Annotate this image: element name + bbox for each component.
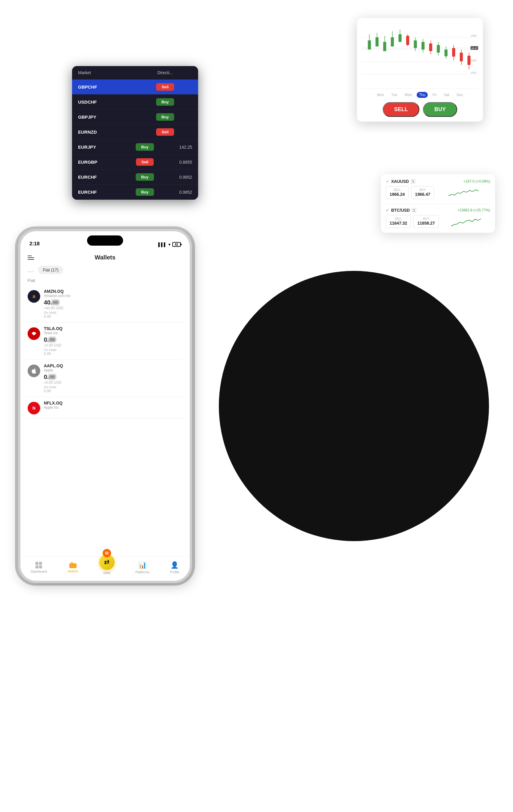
price-eurchf1: 0.9852 — [171, 175, 192, 180]
price-eurjpy: 142.25 — [171, 145, 192, 149]
day-mon[interactable]: Mon — [374, 92, 386, 98]
wallet-item-tsla[interactable]: TSLA.OQ Tesla Inc 0.00 ≈0.00 USD On Hold… — [26, 322, 184, 360]
ticker-cards-overlay: ✓ XAUUSD 1 +167.0 (+0.09%) SELL 1966.24 … — [381, 174, 495, 233]
menu-line-2 — [28, 257, 34, 258]
trading-row-eurjpy[interactable]: EURJPY Buy 142.25 — [72, 140, 198, 155]
nav-wallets[interactable]: Wallets — [67, 562, 78, 573]
svg-rect-15 — [391, 37, 394, 47]
dir-eurchf1: Buy — [125, 173, 165, 181]
buy-badge-gbpjpy: Buy — [156, 113, 174, 121]
nflx-ticker: NFLX.OQ — [44, 401, 182, 405]
trading-row-eurchf2[interactable]: EURCHF Buy 0.9852 — [72, 185, 198, 200]
btcusd-name: BTC/USD — [391, 208, 410, 212]
btcusd-sparkline — [442, 215, 490, 228]
profile-label: Profile — [170, 570, 179, 574]
btcusd-change: +23862.8 (+25.77%) — [457, 208, 490, 212]
sell-button[interactable]: SELL — [383, 102, 419, 117]
tsla-balance: 0.00 ≈0.00 USD On Hold: 0.00 — [44, 336, 182, 356]
aapl-name: Apple — [44, 368, 182, 372]
grid-cell-3 — [35, 566, 38, 569]
trading-row-gbpjpy[interactable]: GBPJPY Buy — [72, 110, 198, 125]
menu-icon[interactable] — [28, 256, 34, 260]
day-sat[interactable]: Sat — [442, 92, 452, 98]
day-wed[interactable]: Wed — [402, 92, 414, 98]
wallet-item-aapl[interactable]: AAPL.OQ Apple 0.00 ≈0.00 USD On Hold: 0.… — [26, 360, 184, 397]
nav-dashboard[interactable]: Dashboard — [31, 562, 47, 573]
platforms-icon: 📊 — [139, 561, 147, 569]
trading-row-eurnzd[interactable]: EURNZD Sell — [72, 125, 198, 140]
nav-swap[interactable]: M ⇄ XMR — [99, 560, 115, 575]
buy-badge-usdchf: Buy — [156, 98, 174, 106]
dir-eurnzd: Sell — [138, 128, 192, 136]
battery-icon: 82 — [172, 242, 181, 247]
day-fri[interactable]: Fri — [430, 92, 439, 98]
wallets-icon — [69, 562, 77, 568]
tsla-logo — [28, 327, 40, 340]
xauusd-name: XAUUSD — [391, 179, 409, 184]
pair-gbpchf: GBPCHF — [78, 84, 132, 89]
filter-row: ... Fiat (17) — [21, 263, 190, 277]
app-content: Wallets ... Fiat (17) Fiat a AMZN.OQ — [21, 249, 190, 581]
xauusd-card: ✓ XAUUSD 1 +167.0 (+0.09%) SELL 1966.24 … — [386, 179, 490, 199]
sell-buy-row: SELL BUY — [362, 102, 478, 117]
amzn-balance-usd: ≈40.00 USD — [44, 306, 182, 310]
xauusd-sell-box: SELL 1966.24 — [386, 186, 409, 199]
wallet-item-amzn[interactable]: a AMZN.OQ Amazon.com Inc 40.00 ≈40.00 US… — [26, 285, 184, 322]
sell-badge-eurgbp: Sell — [136, 158, 154, 166]
grid-cell-1 — [35, 562, 38, 565]
xauusd-buy-label: BUY — [415, 188, 430, 192]
aapl-hold-label: On Hold: — [44, 385, 182, 389]
svg-rect-19 — [406, 36, 409, 45]
wallet-flap — [70, 562, 73, 564]
xmr-coin-icon: M — [103, 549, 111, 557]
candlestick-chart: 1968 1966 1964 1962 — [362, 23, 478, 89]
wallets-label: Wallets — [67, 569, 78, 573]
xauusd-name-row: ✓ XAUUSD 1 — [386, 179, 416, 184]
buy-badge-eurjpy: Buy — [136, 143, 154, 151]
amzn-name: Amazon.com Inc — [44, 294, 182, 298]
tsla-balance-usd: ≈0.00 USD — [44, 343, 182, 347]
trading-row-gbpchf[interactable]: GBPCHF Sell — [72, 80, 198, 95]
aapl-balance: 0.00 ≈0.00 USD On Hold: 0.00 — [44, 374, 182, 393]
app-header: Wallets — [21, 249, 190, 263]
platforms-label: Platforms — [135, 570, 149, 574]
day-selector: Mon Tue Wed Thu Fri Sat Sun — [362, 92, 478, 98]
svg-rect-25 — [429, 44, 432, 51]
buy-button[interactable]: BUY — [423, 102, 457, 117]
btcusd-card: ✓ BTC/USD 1 +23862.8 (+25.77%) SELL 1164… — [386, 208, 490, 228]
xauusd-buy-box: BUY 1966.47 — [411, 186, 434, 199]
amzn-hold-label: On Hold: — [44, 311, 182, 314]
day-tue[interactable]: Tue — [389, 92, 399, 98]
amzn-balance: 40.00 ≈40.00 USD On Hold: 0.00 — [44, 299, 182, 319]
amzn-hold-val: 0.00 — [44, 314, 182, 319]
xauusd-badge: 1 — [411, 179, 416, 184]
trading-table-overlay: Market Directi... GBPCHF Sell USDCHF Buy… — [72, 66, 198, 200]
btcusd-buy-val: 11658.27 — [417, 221, 435, 226]
day-sun[interactable]: Sun — [454, 92, 465, 98]
btcusd-prices-row: SELL 11647.32 BUY 11658.27 — [386, 215, 490, 228]
dots-menu[interactable]: ... — [28, 267, 34, 273]
dir-usdchf: Buy — [138, 98, 192, 106]
xauusd-sparkline — [437, 187, 490, 199]
price-eurchf2: 0.9852 — [171, 190, 192, 195]
nav-platforms[interactable]: 📊 Platforms — [135, 561, 149, 574]
day-thu[interactable]: Thu — [417, 92, 428, 98]
btcusd-buy-box: BUY 11658.27 — [413, 215, 439, 228]
trading-row-eurgbp[interactable]: EURGBP Sell 0.8855 — [72, 155, 198, 170]
btcusd-prices: SELL 11647.32 BUY 11658.27 — [386, 215, 439, 228]
xauusd-prices-row: SELL 1966.24 BUY 1966.47 — [386, 186, 490, 199]
xauusd-sell-label: SELL — [390, 188, 405, 192]
xauusd-top: ✓ XAUUSD 1 +167.0 (+0.09%) — [386, 179, 490, 184]
nav-profile[interactable]: 👤 Profile — [170, 561, 179, 574]
pair-eurnzd: EURNZD — [78, 129, 132, 135]
trading-row-usdchf[interactable]: USDCHF Buy — [72, 95, 198, 110]
pair-usdchf: USDCHF — [78, 99, 132, 105]
trading-row-eurchf1[interactable]: EURCHF Buy 0.9852 — [72, 170, 198, 185]
dynamic-island — [87, 235, 123, 245]
dir-eurgbp: Sell — [125, 158, 165, 166]
nflx-logo: N — [28, 402, 40, 414]
filter-chip[interactable]: Fiat (17) — [38, 266, 63, 274]
col-direction: Directi... — [138, 70, 192, 75]
wallet-item-nflx[interactable]: N NFLX.OQ Apple Inc — [26, 397, 184, 418]
btcusd-name-row: ✓ BTC/USD 1 — [386, 208, 416, 212]
